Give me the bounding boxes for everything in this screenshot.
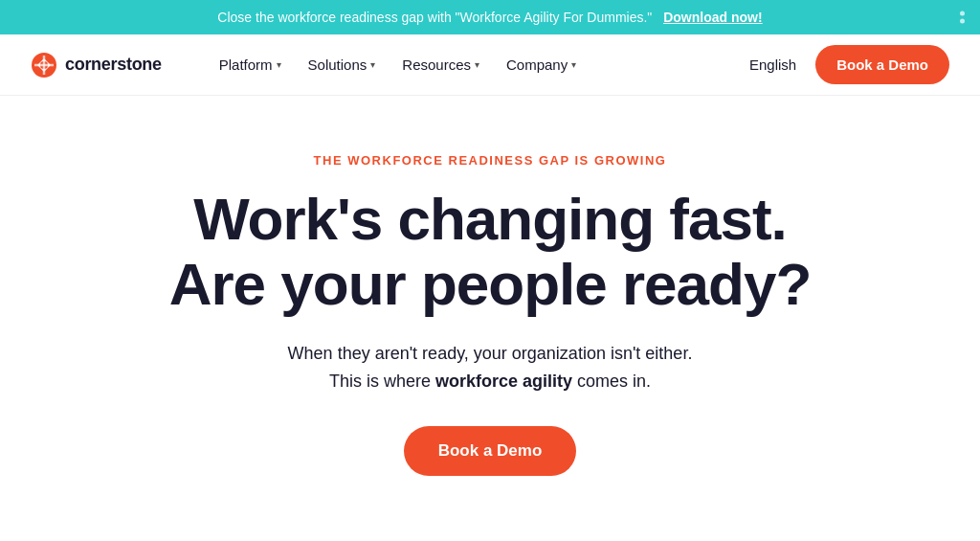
hero-title-line1: Work's changing fast. <box>193 186 787 252</box>
banner-text: Close the workforce readiness gap with "… <box>217 10 652 25</box>
top-banner: Close the workforce readiness gap with "… <box>0 0 980 34</box>
nav-label-resources: Resources <box>402 56 471 73</box>
nav-item-platform[interactable]: Platform ▾ <box>208 49 293 80</box>
nav-links: Platform ▾ Solutions ▾ Resources ▾ Compa… <box>208 49 749 80</box>
hero-subtitle: When they aren't ready, your organizatio… <box>288 340 693 395</box>
navbar: cornerstone Platform ▾ Solutions ▾ Resou… <box>0 34 980 96</box>
chevron-down-icon: ▾ <box>370 59 375 70</box>
banner-dot-2 <box>960 19 965 24</box>
hero-title-line2: Are your people ready? <box>169 251 812 317</box>
nav-label-solutions: Solutions <box>308 56 368 73</box>
logo-link[interactable]: cornerstone <box>31 52 162 79</box>
hero-subtitle-line2-suffix: comes in. <box>572 372 651 391</box>
book-demo-button-hero[interactable]: Book a Demo <box>404 426 577 476</box>
nav-item-company[interactable]: Company ▾ <box>495 49 588 80</box>
hero-title: Work's changing fast. Are your people re… <box>169 187 812 317</box>
nav-item-solutions[interactable]: Solutions ▾ <box>297 49 388 80</box>
chevron-down-icon: ▾ <box>571 59 576 70</box>
nav-item-resources[interactable]: Resources ▾ <box>390 49 491 80</box>
logo-text: cornerstone <box>65 55 162 75</box>
hero-eyebrow: THE WORKFORCE READINESS GAP IS GROWING <box>314 153 667 168</box>
nav-label-company: Company <box>506 56 568 73</box>
banner-dot-1 <box>960 11 965 16</box>
language-selector[interactable]: English <box>749 56 796 73</box>
nav-label-platform: Platform <box>219 56 273 73</box>
book-demo-button-nav[interactable]: Book a Demo <box>815 45 949 84</box>
banner-cta[interactable]: Download now! <box>663 10 762 25</box>
chevron-down-icon: ▾ <box>277 59 281 70</box>
cornerstone-logo-icon <box>31 52 57 79</box>
hero-subtitle-line1: When they aren't ready, your organizatio… <box>288 344 693 363</box>
hero-section: THE WORKFORCE READINESS GAP IS GROWING W… <box>0 96 980 514</box>
hero-subtitle-bold: workforce agility <box>435 372 572 391</box>
banner-dots-indicator <box>960 11 965 24</box>
chevron-down-icon: ▾ <box>475 59 479 70</box>
nav-right: English Book a Demo <box>749 45 949 84</box>
hero-subtitle-line2-prefix: This is where <box>329 372 435 391</box>
